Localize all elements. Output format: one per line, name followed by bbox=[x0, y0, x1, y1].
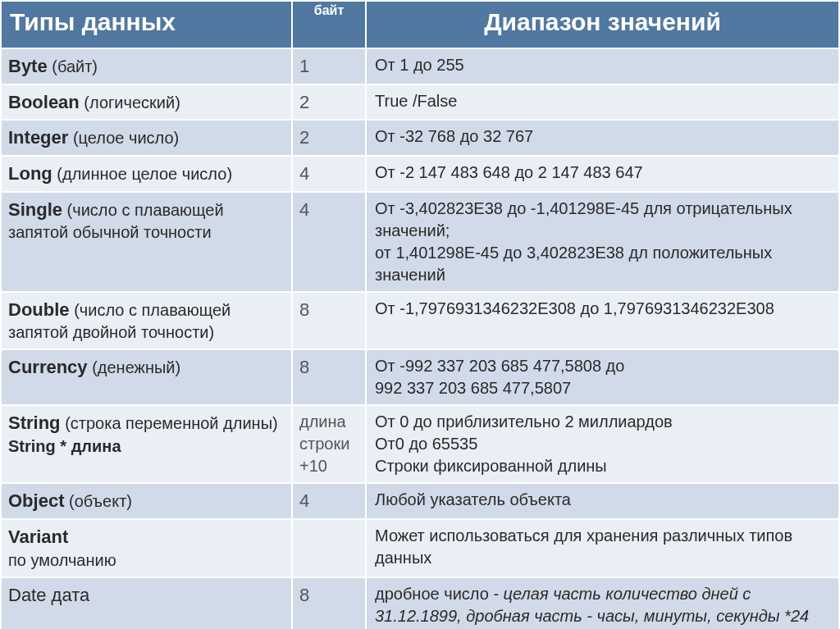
range-line: От -992 337 203 685 477,5808 до bbox=[375, 355, 830, 377]
table-row: String (строка переменной длины) String … bbox=[1, 405, 839, 483]
type-range: От -1,7976931346232Е308 до 1,79769313462… bbox=[366, 292, 839, 350]
type-bytes: 8 bbox=[292, 577, 366, 629]
type-bytes: 4 bbox=[292, 483, 366, 519]
type-bytes: длина строки +10 bbox=[292, 405, 366, 483]
type-range: От 0 до приблизительно 2 миллиардов От0 … bbox=[366, 405, 839, 483]
header-bytes: байт bbox=[292, 1, 366, 48]
type-bytes: 8 bbox=[292, 349, 366, 405]
range-line: От -3,402823Е38 до -1,401298Е-45 для отр… bbox=[375, 198, 830, 242]
type-range: От -992 337 203 685 477,5808 до 992 337 … bbox=[366, 349, 839, 405]
type-name: Date дата bbox=[8, 585, 89, 605]
type-sub: по умолчанию bbox=[8, 549, 283, 572]
type-bytes bbox=[292, 519, 366, 577]
table-row: Object (объект) 4 Любой указатель объект… bbox=[1, 483, 839, 519]
type-range: True /False bbox=[366, 84, 839, 121]
type-desc: (байт) bbox=[52, 57, 98, 75]
table-row: Boolean (логический) 2 True /False bbox=[1, 84, 839, 121]
type-bytes: 2 bbox=[292, 84, 366, 121]
type-name: Boolean bbox=[8, 92, 80, 112]
table-row: Long (длинное целое число) 4 От -2 147 4… bbox=[1, 156, 839, 192]
table-row: Single (число с плавающей запятой обычно… bbox=[1, 192, 839, 292]
type-name: Single bbox=[8, 199, 62, 220]
type-range: Может использоваться для хранения различ… bbox=[366, 519, 839, 577]
range-line: От 0 до приблизительно 2 миллиардов bbox=[375, 411, 830, 433]
type-desc: (объект) bbox=[69, 492, 132, 510]
range-prefix: дробное число - bbox=[375, 585, 504, 603]
range-line: от 1,401298Е-45 до 3,402823Е38 дл положи… bbox=[375, 242, 830, 286]
range-line: Строки фиксированной длины bbox=[375, 455, 830, 477]
type-name: Double bbox=[8, 299, 70, 320]
range-line: От0 до 65535 bbox=[375, 433, 830, 455]
type-range: От -2 147 483 648 до 2 147 483 647 bbox=[366, 156, 839, 192]
type-name: Integer bbox=[8, 127, 68, 148]
table-row: Integer (целое число) 2 От -32 768 до 32… bbox=[1, 120, 839, 156]
type-name: Currency bbox=[8, 357, 88, 377]
type-range: дробное число - целая часть количество д… bbox=[366, 577, 839, 629]
type-bytes: 2 bbox=[292, 120, 366, 156]
type-bytes: 1 bbox=[292, 48, 366, 84]
type-bytes: 8 bbox=[292, 292, 366, 350]
table-row: Variant по умолчанию Может использоватьс… bbox=[1, 519, 839, 577]
type-name: String bbox=[8, 412, 61, 433]
table-row: Double (число с плавающей запятой двойно… bbox=[1, 292, 839, 350]
type-bytes: 4 bbox=[292, 156, 366, 192]
type-range: Любой указатель объекта bbox=[366, 483, 839, 519]
type-desc: (денежный) bbox=[92, 358, 180, 376]
header-types: Типы данных bbox=[1, 1, 292, 48]
range-line: 992 337 203 685 477,5807 bbox=[375, 377, 830, 399]
type-desc: (целое число) bbox=[73, 129, 179, 147]
type-range: От -32 768 до 32 767 bbox=[366, 120, 839, 156]
table-row: Date дата 8 дробное число - целая часть … bbox=[1, 577, 839, 629]
header-range: Диапазон значений bbox=[366, 1, 839, 48]
type-desc: (логический) bbox=[84, 93, 180, 112]
type-range: От -3,402823Е38 до -1,401298Е-45 для отр… bbox=[366, 192, 839, 292]
type-desc: (длинное целое число) bbox=[57, 165, 232, 183]
type-name: Byte bbox=[8, 56, 48, 76]
table-row: Byte (байт) 1 От 1 до 255 bbox=[1, 48, 839, 84]
type-bytes: 4 bbox=[292, 192, 366, 292]
table-row: Currency (денежный) 8 От -992 337 203 68… bbox=[1, 349, 839, 405]
type-name: Variant bbox=[8, 526, 68, 547]
type-desc: (строка переменной длины) bbox=[65, 414, 278, 432]
data-types-table: Типы данных байт Диапазон значений Byte … bbox=[0, 0, 840, 629]
type-name: Object bbox=[8, 490, 64, 511]
type-range: От 1 до 255 bbox=[366, 48, 839, 84]
table-header-row: Типы данных байт Диапазон значений bbox=[1, 1, 839, 48]
type-name: Long bbox=[8, 163, 52, 184]
type-sub: String * длина bbox=[8, 435, 283, 458]
